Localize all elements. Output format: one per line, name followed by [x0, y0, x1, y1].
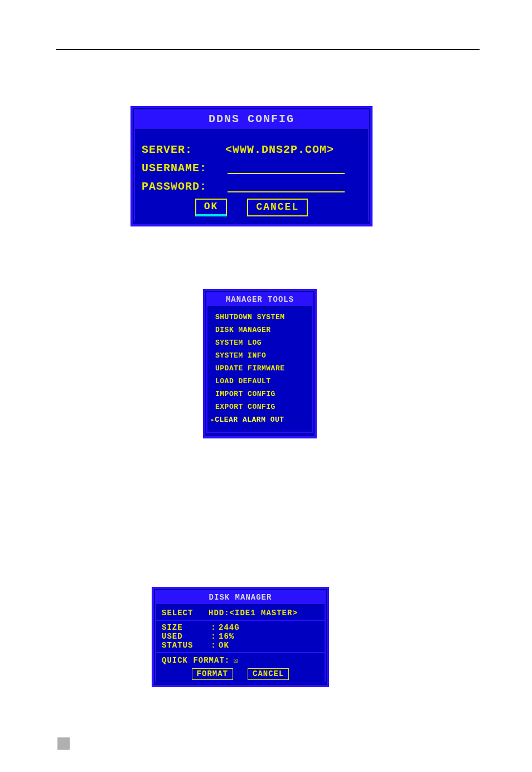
quick-format-label: QUICK FORMAT: — [162, 656, 230, 665]
menu-item-export-config[interactable]: EXPORT CONFIG — [211, 401, 309, 413]
ddns-title: DDNS CONFIG — [135, 110, 368, 130]
disk-select-label: SELECT — [162, 609, 209, 617]
menu-item-clear-alarm-out[interactable]: CLEAR ALARM OUT — [211, 413, 309, 426]
ddns-username-row: USERNAME: — [142, 162, 361, 175]
ddns-username-input[interactable] — [228, 163, 345, 174]
menu-item-disk-manager[interactable]: DISK MANAGER — [211, 324, 309, 336]
manager-tools-menu: MANAGER TOOLS SHUTDOWN SYSTEM DISK MANAG… — [203, 289, 317, 438]
colon-icon: : — [209, 632, 219, 641]
disk-size-value: 244G — [219, 623, 240, 632]
quick-format-checkbox[interactable]: ☒ — [233, 655, 238, 665]
disk-manager-dialog: DISK MANAGER SELECT HDD:<IDE1 MASTER> SI… — [152, 587, 329, 687]
ddns-server-value[interactable]: <WWW.DNS2P.COM> — [225, 143, 361, 156]
disk-select-value[interactable]: HDD:<IDE1 MASTER> — [209, 609, 298, 617]
disk-used-label: USED — [162, 632, 209, 641]
menu-item-import-config[interactable]: IMPORT CONFIG — [211, 388, 309, 401]
ddns-password-row: PASSWORD: — [142, 180, 361, 193]
disk-cancel-button[interactable]: CANCEL — [248, 668, 289, 680]
ddns-config-dialog: DDNS CONFIG SERVER: <WWW.DNS2P.COM> USER… — [130, 106, 373, 226]
disk-status-value: OK — [219, 641, 229, 650]
menu-item-system-log[interactable]: SYSTEM LOG — [211, 336, 309, 349]
disk-status-label: STATUS — [162, 641, 209, 650]
ddns-password-input[interactable] — [228, 181, 345, 192]
ddns-cancel-button[interactable]: CANCEL — [247, 199, 308, 216]
ddns-server-label: SERVER: — [142, 143, 225, 156]
disk-format-button[interactable]: FORMAT — [192, 668, 233, 680]
disk-used-value: 16% — [219, 632, 234, 641]
ddns-password-label: PASSWORD: — [142, 180, 225, 193]
ddns-server-row: SERVER: <WWW.DNS2P.COM> — [142, 143, 361, 156]
divider — [156, 620, 325, 621]
ddns-ok-button[interactable]: OK — [195, 199, 228, 216]
menu-item-system-info[interactable]: SYSTEM INFO — [211, 349, 309, 362]
ddns-username-label: USERNAME: — [142, 162, 225, 175]
manager-tools-title: MANAGER TOOLS — [207, 293, 312, 307]
menu-item-shutdown-system[interactable]: SHUTDOWN SYSTEM — [211, 311, 309, 324]
menu-item-load-default[interactable]: LOAD DEFAULT — [211, 375, 309, 388]
page-number-box — [57, 737, 70, 750]
menu-item-update-firmware[interactable]: UPDATE FIRMWARE — [211, 362, 309, 375]
horizontal-rule — [56, 49, 480, 50]
colon-icon: : — [209, 623, 219, 632]
colon-icon: : — [209, 641, 219, 650]
divider — [156, 652, 325, 653]
disk-size-label: SIZE — [162, 623, 209, 632]
disk-manager-title: DISK MANAGER — [156, 591, 325, 605]
